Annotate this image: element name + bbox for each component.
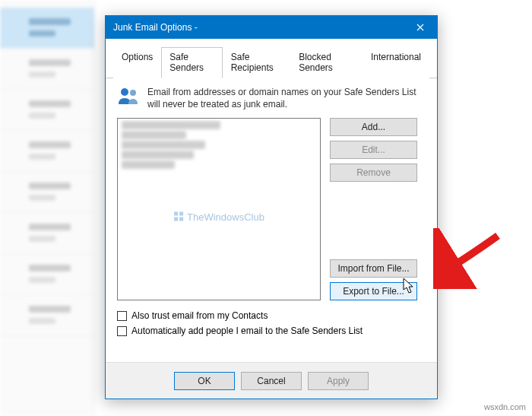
background-nav-list [0,0,95,416]
window-title: Junk Email Options - [113,22,403,33]
svg-rect-2 [174,212,178,216]
tab-options[interactable]: Options [113,47,161,78]
cancel-button[interactable]: Cancel [241,372,302,390]
dialog-footer: OK Cancel Apply [106,362,437,399]
side-buttons: Add... Edit... Remove Import from File..… [330,118,417,300]
safe-senders-listbox[interactable]: TheWindowsClub [117,118,321,300]
close-icon [416,24,424,31]
tab-international[interactable]: International [363,47,429,78]
export-to-file-button[interactable]: Export to File... [330,282,417,300]
safe-senders-icon [117,86,140,106]
tab-safe-senders[interactable]: Safe Senders [161,47,222,78]
also-trust-checkbox[interactable] [117,311,127,321]
remove-button[interactable]: Remove [330,164,417,182]
tab-safe-recipients[interactable]: Safe Recipients [223,47,290,78]
annotation-arrow [433,228,502,289]
import-from-file-button[interactable]: Import from File... [330,259,417,278]
auto-add-checkbox[interactable] [117,326,127,336]
svg-point-0 [121,88,128,96]
edit-button[interactable]: Edit... [330,141,417,159]
ok-button[interactable]: OK [174,372,235,390]
svg-rect-5 [179,218,183,221]
svg-rect-3 [179,212,183,216]
tab-blocked-senders[interactable]: Blocked Senders [290,47,363,78]
svg-point-1 [130,90,136,96]
tab-description: Email from addresses or domain names on … [147,86,426,110]
close-button[interactable] [403,16,437,39]
watermark: TheWindowsClub [173,211,264,222]
tab-body: Email from addresses or domain names on … [106,78,437,362]
svg-rect-4 [174,218,178,221]
checkbox-group: Also trust email from my Contacts Automa… [117,308,426,338]
apply-button[interactable]: Apply [308,372,369,390]
tab-strip: Options Safe Senders Safe Recipients Blo… [106,39,437,78]
attribution-text: wsxdn.com [484,402,526,411]
titlebar[interactable]: Junk Email Options - [106,16,437,39]
auto-add-label: Automatically add people I email to the … [131,325,363,336]
also-trust-label: Also trust email from my Contacts [131,310,268,321]
junk-email-options-dialog: Junk Email Options - Options Safe Sender… [105,15,438,399]
add-button[interactable]: Add... [330,118,417,136]
